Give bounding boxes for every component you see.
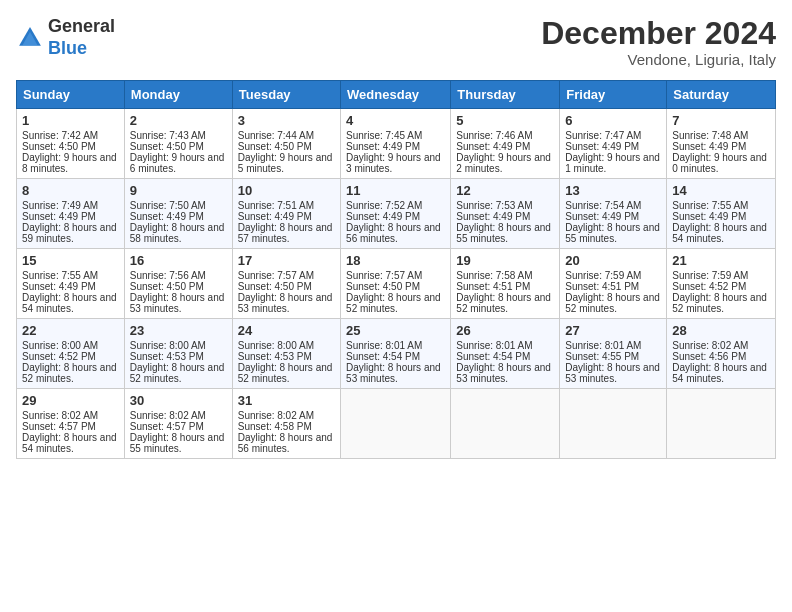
table-row: 12Sunrise: 7:53 AMSunset: 4:49 PMDayligh… [451,179,560,249]
header-tuesday: Tuesday [232,81,340,109]
header-sunday: Sunday [17,81,125,109]
table-row: 23Sunrise: 8:00 AMSunset: 4:53 PMDayligh… [124,319,232,389]
table-row: 1Sunrise: 7:42 AMSunset: 4:50 PMDaylight… [17,109,125,179]
logo: General Blue [16,16,115,59]
table-row: 4Sunrise: 7:45 AMSunset: 4:49 PMDaylight… [341,109,451,179]
weekday-header-row: Sunday Monday Tuesday Wednesday Thursday… [17,81,776,109]
table-row: 21Sunrise: 7:59 AMSunset: 4:52 PMDayligh… [667,249,776,319]
table-row: 17Sunrise: 7:57 AMSunset: 4:50 PMDayligh… [232,249,340,319]
table-row: 6Sunrise: 7:47 AMSunset: 4:49 PMDaylight… [560,109,667,179]
table-row: 14Sunrise: 7:55 AMSunset: 4:49 PMDayligh… [667,179,776,249]
table-row: 28Sunrise: 8:02 AMSunset: 4:56 PMDayligh… [667,319,776,389]
table-row: 2Sunrise: 7:43 AMSunset: 4:50 PMDaylight… [124,109,232,179]
table-row: 20Sunrise: 7:59 AMSunset: 4:51 PMDayligh… [560,249,667,319]
calendar-week-row: 1Sunrise: 7:42 AMSunset: 4:50 PMDaylight… [17,109,776,179]
calendar-week-row: 8Sunrise: 7:49 AMSunset: 4:49 PMDaylight… [17,179,776,249]
table-row: 9Sunrise: 7:50 AMSunset: 4:49 PMDaylight… [124,179,232,249]
table-row: 18Sunrise: 7:57 AMSunset: 4:50 PMDayligh… [341,249,451,319]
table-row: 15Sunrise: 7:55 AMSunset: 4:49 PMDayligh… [17,249,125,319]
table-row: 29Sunrise: 8:02 AMSunset: 4:57 PMDayligh… [17,389,125,459]
table-row: 24Sunrise: 8:00 AMSunset: 4:53 PMDayligh… [232,319,340,389]
table-row [451,389,560,459]
table-row: 30Sunrise: 8:02 AMSunset: 4:57 PMDayligh… [124,389,232,459]
month-title: December 2024 [541,16,776,51]
table-row: 3Sunrise: 7:44 AMSunset: 4:50 PMDaylight… [232,109,340,179]
calendar-week-row: 22Sunrise: 8:00 AMSunset: 4:52 PMDayligh… [17,319,776,389]
table-row: 7Sunrise: 7:48 AMSunset: 4:49 PMDaylight… [667,109,776,179]
header-friday: Friday [560,81,667,109]
page-header: General Blue December 2024 Vendone, Ligu… [16,16,776,68]
header-wednesday: Wednesday [341,81,451,109]
header-thursday: Thursday [451,81,560,109]
table-row: 19Sunrise: 7:58 AMSunset: 4:51 PMDayligh… [451,249,560,319]
table-row: 13Sunrise: 7:54 AMSunset: 4:49 PMDayligh… [560,179,667,249]
table-row: 26Sunrise: 8:01 AMSunset: 4:54 PMDayligh… [451,319,560,389]
table-row: 11Sunrise: 7:52 AMSunset: 4:49 PMDayligh… [341,179,451,249]
logo-icon [16,24,44,52]
calendar-table: Sunday Monday Tuesday Wednesday Thursday… [16,80,776,459]
title-block: December 2024 Vendone, Liguria, Italy [541,16,776,68]
table-row [341,389,451,459]
table-row [667,389,776,459]
calendar-week-row: 29Sunrise: 8:02 AMSunset: 4:57 PMDayligh… [17,389,776,459]
location-subtitle: Vendone, Liguria, Italy [541,51,776,68]
table-row: 22Sunrise: 8:00 AMSunset: 4:52 PMDayligh… [17,319,125,389]
header-monday: Monday [124,81,232,109]
table-row: 8Sunrise: 7:49 AMSunset: 4:49 PMDaylight… [17,179,125,249]
table-row: 16Sunrise: 7:56 AMSunset: 4:50 PMDayligh… [124,249,232,319]
table-row: 10Sunrise: 7:51 AMSunset: 4:49 PMDayligh… [232,179,340,249]
logo-general-text: General [48,16,115,36]
calendar-week-row: 15Sunrise: 7:55 AMSunset: 4:49 PMDayligh… [17,249,776,319]
table-row: 31Sunrise: 8:02 AMSunset: 4:58 PMDayligh… [232,389,340,459]
header-saturday: Saturday [667,81,776,109]
table-row [560,389,667,459]
logo-blue-text: Blue [48,38,87,58]
table-row: 5Sunrise: 7:46 AMSunset: 4:49 PMDaylight… [451,109,560,179]
table-row: 27Sunrise: 8:01 AMSunset: 4:55 PMDayligh… [560,319,667,389]
table-row: 25Sunrise: 8:01 AMSunset: 4:54 PMDayligh… [341,319,451,389]
